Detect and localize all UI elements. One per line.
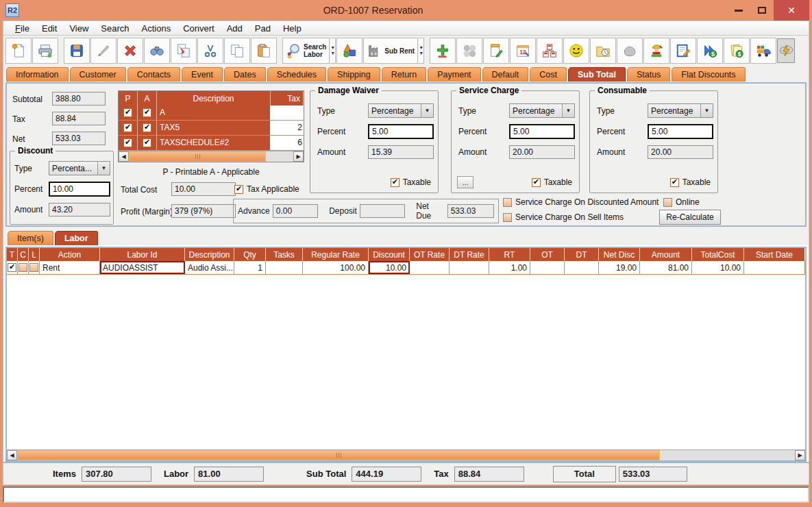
tab-event[interactable]: Event [182,67,223,82]
tax-field[interactable]: 88.84 [52,112,106,125]
tab-status[interactable]: Status [627,67,670,82]
menu-edit[interactable]: Edit [36,22,63,35]
folder-history-button[interactable] [590,38,616,64]
labor-col-regular-rate[interactable]: Regular Rate [303,248,369,261]
tax-col-a[interactable]: A [138,91,157,106]
tax-col-tax[interactable]: Tax [271,91,304,106]
labor-col-start-date[interactable]: Start Date [744,248,805,261]
labor-cell-qty[interactable]: 1 [234,261,266,274]
tab-payment[interactable]: Payment [428,67,480,82]
labor-cell-ot-rate[interactable] [410,261,450,274]
deposit-field[interactable] [360,204,405,218]
save-button[interactable] [64,38,90,64]
dw-percent-field[interactable]: 5.00 [368,124,434,139]
sc-discounted-checkbox[interactable]: Service Charge On Discounted Amount [503,197,659,207]
tax-row[interactable]: A [119,106,304,121]
search-labor-button[interactable]: SearchLabor [282,38,330,64]
forward-money-button[interactable]: $ [697,38,723,64]
labor-cell-description[interactable]: Audio Assi... [185,261,234,274]
labor-col-c[interactable]: C [18,248,29,261]
discount-amount-field[interactable]: 43.20 [49,203,110,217]
labor-col-net-disc[interactable]: Net Disc [599,248,640,261]
tab-dates[interactable]: Dates [224,67,266,82]
worker-tools-button[interactable] [643,38,669,64]
checkbox-checked-icon[interactable] [143,123,151,132]
detail-tab-item-s[interactable]: Item(s) [8,231,53,245]
chevron-down-icon[interactable]: ▼ [700,104,713,117]
checkbox-checked-icon[interactable] [8,263,16,272]
labor-col-l[interactable]: L [29,248,40,261]
sub-rent-dropdown-icon[interactable]: ▼▼ [419,38,424,64]
labor-cell-ot[interactable] [530,261,565,274]
checkbox-unchecked-icon[interactable] [503,213,512,222]
menu-view[interactable]: View [63,22,95,35]
discount-type-dropdown[interactable]: Percenta...▼ [49,161,110,175]
tax-description-cell[interactable]: TAX5 [157,121,271,135]
sc-percent-field[interactable]: 5.00 [509,124,575,139]
tax-col-p[interactable]: P [119,91,138,106]
labor-cell-start-date[interactable] [744,261,805,274]
detail-tab-labor[interactable]: Labor [55,231,98,245]
net-field[interactable]: 533.03 [52,132,106,145]
tax-checkbox-cell[interactable] [138,136,157,150]
tab-default[interactable]: Default [482,67,529,82]
labor-cell-net-disc[interactable]: 19.00 [599,261,640,274]
document-edit-button[interactable] [670,38,696,64]
clay-blob-button[interactable] [617,38,643,64]
org-chart-button[interactable] [537,38,563,64]
notes-money-button[interactable]: $ [724,38,750,64]
menu-pad[interactable]: Pad [249,22,277,35]
tax-description-cell[interactable]: A [157,106,271,120]
tax-col-description[interactable]: Description [157,91,271,106]
labor-cell-tasks[interactable] [266,261,303,274]
tax-row[interactable]: TAX52 [119,121,304,136]
sc-taxable-checkbox[interactable]: Taxable [532,177,572,187]
new-document-button[interactable] [5,38,32,64]
labor-col-dt-rate[interactable]: DT Rate [450,248,489,261]
cut-button[interactable] [197,38,223,64]
labor-col-tasks[interactable]: Tasks [266,248,303,261]
tab-sub-total[interactable]: Sub Total [568,67,626,82]
checkbox-checked-icon[interactable] [123,138,132,147]
tax-value-cell[interactable]: 2 [271,121,304,135]
tax-applicable-checkbox[interactable]: Tax Applicable [234,184,299,194]
labor-col-qty[interactable]: Qty [234,248,266,261]
notepad-edit-button[interactable] [483,38,509,64]
cons-type-dropdown[interactable]: Percentage▼ [648,103,713,118]
labor-cell-dt-rate[interactable] [450,261,489,274]
tab-flat-discounts[interactable]: Flat Discounts [672,67,745,82]
checkbox-unchecked-icon[interactable] [663,198,672,207]
labor-cell-labor-id[interactable]: AUDIOASSIST [100,261,185,274]
labor-cell-action[interactable]: Rent [40,261,100,274]
scroll-right-icon[interactable]: ▶ [293,151,304,162]
labor-col-action[interactable]: Action [40,248,100,261]
recalculate-button[interactable]: Re-Calculate [659,210,721,225]
truck-delivery-button[interactable] [750,38,776,64]
labor-cell-amount[interactable]: 81.00 [640,261,692,274]
menu-convert[interactable]: Convert [177,22,221,35]
advance-field[interactable]: 0.00 [273,204,318,218]
tax-description-cell[interactable]: TAXSCHEDULE#2 [157,136,271,150]
smiley-button[interactable] [563,38,589,64]
labor-col-t[interactable]: T [7,248,18,261]
labor-col-amount[interactable]: Amount [640,248,692,261]
tab-return[interactable]: Return [382,67,427,82]
labor-check-cell[interactable] [29,261,40,274]
labor-check-cell[interactable] [7,261,18,274]
checkbox-checked-icon[interactable] [123,123,132,132]
scroll-left-icon[interactable]: ◀ [7,450,17,460]
labor-col-ot-rate[interactable]: OT Rate [410,248,450,261]
labor-check-cell[interactable] [18,261,29,274]
search-labor-dropdown-icon[interactable]: ▼▼ [330,38,336,64]
tab-information[interactable]: Information [6,67,69,82]
subtotal-field[interactable]: 388.80 [52,92,106,106]
tax-checkbox-cell[interactable] [138,106,157,120]
labor-cell-totalcost[interactable]: 10.00 [692,261,744,274]
online-checkbox[interactable]: Online [663,197,700,207]
copy-button[interactable] [224,38,250,64]
checkbox-unchecked-icon[interactable] [19,263,27,272]
tax-row[interactable]: TAXSCHEDULE#26 [119,136,304,151]
menu-help[interactable]: Help [277,22,308,35]
menu-file[interactable]: File [9,22,36,35]
maximize-button[interactable] [750,2,774,18]
